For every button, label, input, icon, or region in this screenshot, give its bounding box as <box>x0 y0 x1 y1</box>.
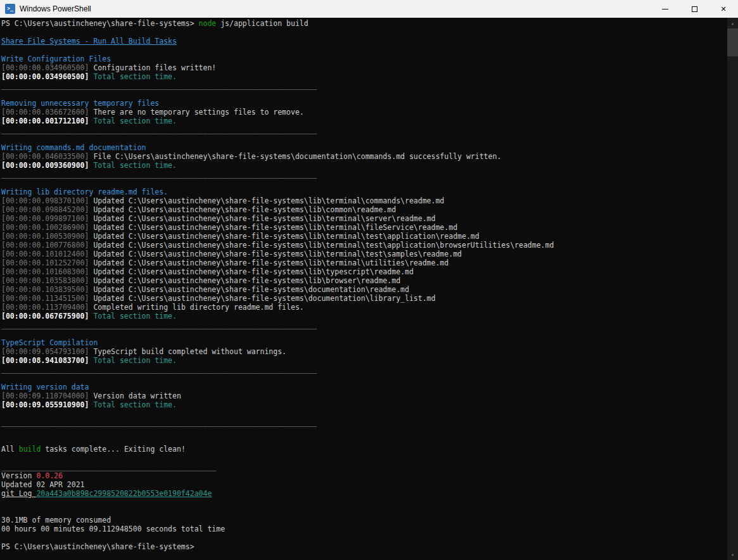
terminal-line: [00:00:00.100776800] Updated C:\Users\au… <box>1 241 727 250</box>
scroll-down-icon[interactable]: ▼ <box>727 549 738 560</box>
terminal-line: Share File Systems - Run All Build Tasks <box>1 37 727 46</box>
section-separator: ________________________________________… <box>1 365 317 374</box>
terminal-text-segment: [00:00:00.103839500] <box>1 285 89 294</box>
build-tasks-heading-link: Share File Systems - Run All Build Tasks <box>1 37 177 46</box>
terminal-line: [00:00:00.101252700] Updated C:\Users\au… <box>1 258 727 267</box>
terminal-output[interactable]: PS C:\Users\austincheney\share-file-syst… <box>0 18 727 560</box>
terminal-line: [00:00:00.034960500] Total section time. <box>1 72 727 81</box>
section-heading: TypeScript Compilation <box>1 338 98 347</box>
terminal-line: ________________________________________… <box>1 365 727 374</box>
terminal-line: [00:00:00.099897100] Updated C:\Users\au… <box>1 214 727 223</box>
terminal-text-segment: Version data written <box>89 391 181 400</box>
section-separator: ________________________________________… <box>1 81 317 90</box>
powershell-icon[interactable]: >_ <box>5 4 15 14</box>
terminal-line <box>1 533 727 542</box>
terminal-line: [00:00:00.009360900] Total section time. <box>1 161 727 170</box>
terminal-line: [00:00:00.046033500] File C:\Users\austi… <box>1 152 727 161</box>
terminal-line: [00:00:00.067675900] Total section time. <box>1 312 727 321</box>
section-separator: ________________________________________… <box>1 418 317 427</box>
terminal-text-segment: [00:00:00.100776800] <box>1 241 89 250</box>
terminal-line: TypeScript Compilation <box>1 338 727 347</box>
terminal-line: ________________________________________… <box>1 418 727 427</box>
terminal-line <box>1 507 727 516</box>
terminal-line: ________________________________________… <box>1 321 727 329</box>
total-time: 00 hours 00 minutes 09.112948500 seconds… <box>1 525 225 533</box>
terminal-line: PS C:\Users\austincheney\share-file-syst… <box>1 542 727 551</box>
terminal-text-segment: Total section time. <box>89 117 176 125</box>
terminal-text-segment: [00:00:00.009360900] <box>1 161 89 170</box>
terminal-text-segment: [00:00:00.113709400] <box>1 303 89 312</box>
minimize-button[interactable] <box>651 0 680 18</box>
terminal-line: ________________________________________… <box>1 125 727 134</box>
scroll-up-icon[interactable]: ▲ <box>727 18 738 29</box>
terminal-text-segment: Updated C:\Users\austincheney\share-file… <box>89 267 413 276</box>
terminal-line <box>1 134 727 143</box>
terminal-text-segment: [00:00:00.034960500] <box>1 72 89 81</box>
section-heading: Removing unnecessary temporary files <box>1 99 159 108</box>
terminal-text-segment: node <box>199 19 217 28</box>
terminal-line <box>1 498 727 507</box>
terminal-line: 00 hours 00 minutes 09.112948500 seconds… <box>1 525 727 533</box>
terminal-line: ________________________________________… <box>1 170 727 179</box>
section-separator: ________________________________________… <box>1 125 317 134</box>
terminal-line <box>1 179 727 188</box>
scrollbar-thumb[interactable] <box>727 29 738 56</box>
terminal-scrollbar[interactable]: ▲ ▼ <box>727 18 738 560</box>
terminal-line: Write Configuration Files <box>1 54 727 63</box>
terminal-line: [00:00:00.036672600] There are no tempor… <box>1 108 727 117</box>
terminal-line: Writing commands.md documentation <box>1 143 727 152</box>
terminal-line: git Log 20a443a0b898c2998520822b0553e019… <box>1 489 727 498</box>
terminal-text-segment: [00:00:00.113451500] <box>1 294 89 303</box>
summary-separator: ________________________________________… <box>1 462 216 471</box>
terminal-text-segment: Updated C:\Users\austincheney\share-file… <box>89 285 409 294</box>
terminal-text-segment: All <box>1 445 19 454</box>
maximize-button[interactable] <box>680 0 709 18</box>
terminal-text-segment: Total section time. <box>89 72 176 81</box>
window-controls: ✕ <box>651 0 738 18</box>
terminal-text-segment: [00:00:00.100286900] <box>1 223 89 232</box>
terminal-text-segment: Total section time. <box>89 161 176 170</box>
terminal-text-segment: Total section time. <box>89 400 176 409</box>
terminal-line <box>1 28 727 37</box>
terminal-line <box>1 427 727 436</box>
terminal-line: [00:00:09.055910900] Total section time. <box>1 400 727 409</box>
window-title: Windows PowerShell <box>20 4 91 13</box>
close-icon: ✕ <box>720 6 726 13</box>
terminal-text-segment: Total section time. <box>89 356 176 365</box>
terminal-text-segment: [00:00:08.941083700] <box>1 356 89 365</box>
minimize-icon <box>662 9 668 10</box>
terminal-line: Removing unnecessary temporary files <box>1 99 727 108</box>
terminal-line: ________________________________________… <box>1 462 727 471</box>
terminal-text-segment: Updated C:\Users\austincheney\share-file… <box>89 223 457 232</box>
terminal-line: Writing lib directory readme.md files. <box>1 188 727 196</box>
terminal-text-segment: [00:00:00.046033500] <box>1 152 89 161</box>
terminal-line: [00:00:00.098845200] Updated C:\Users\au… <box>1 205 727 214</box>
terminal-text-segment: Updated C:\Users\austincheney\share-file… <box>89 258 449 267</box>
terminal-text-segment: [00:00:00.001712100] <box>1 117 89 125</box>
terminal-text-segment: [00:00:00.098370100] <box>1 196 89 205</box>
terminal-text-segment: There are no temporary settings files to… <box>89 108 303 117</box>
terminal-text-segment: [00:00:00.034960500] <box>1 63 89 72</box>
terminal-text-segment: build <box>19 445 41 454</box>
terminal-text-segment: [00:00:00.101608300] <box>1 267 89 276</box>
terminal-line <box>1 329 727 338</box>
terminal-line <box>1 436 727 445</box>
terminal-line: [00:00:00.103839500] Updated C:\Users\au… <box>1 285 727 294</box>
terminal-text-segment: Completed writing lib directory readme.m… <box>89 303 303 312</box>
terminal-text-segment: [00:00:09.055910900] <box>1 400 89 409</box>
terminal-text-segment: Updated C:\Users\austincheney\share-file… <box>89 232 479 241</box>
section-heading: Writing version data <box>1 383 89 391</box>
memory-consumed: 30.1MB of memory consumed <box>1 516 111 525</box>
terminal-line <box>1 374 727 383</box>
terminal-text-segment: Version <box>1 471 36 480</box>
section-heading: Writing lib directory readme.md files. <box>1 188 168 196</box>
close-button[interactable]: ✕ <box>709 0 738 18</box>
terminal-text-segment: [00:00:00.036672600] <box>1 108 89 117</box>
terminal-text-segment: [00:00:00.100530900] <box>1 232 89 241</box>
terminal-text-segment: [00:00:09.110704000] <box>1 391 89 400</box>
terminal-text-segment: Configuration files written! <box>89 63 216 72</box>
terminal-text-segment: Updated C:\Users\austincheney\share-file… <box>89 250 462 258</box>
terminal-text-segment: js/application build <box>216 19 308 28</box>
terminal-line: [00:00:00.113709400] Completed writing l… <box>1 303 727 312</box>
terminal-text-segment: Updated C:\Users\austincheney\share-file… <box>89 205 396 214</box>
